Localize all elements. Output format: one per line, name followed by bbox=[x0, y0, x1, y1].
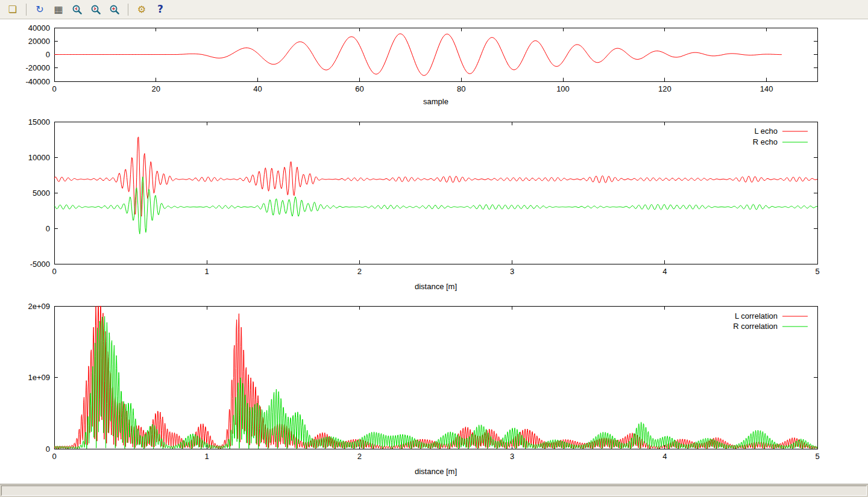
legend-label: L correlation bbox=[735, 311, 778, 320]
y-tick-label: 0 bbox=[46, 445, 50, 454]
x-tick-label: 4 bbox=[662, 267, 667, 276]
series-path bbox=[54, 177, 817, 234]
x-tick-label: 1 bbox=[205, 267, 209, 276]
y-tick-label: -40000 bbox=[26, 77, 50, 86]
legend-label: R echo bbox=[753, 137, 778, 146]
plot-canvas: 020406080100120140-40000-200000200004000… bbox=[0, 19, 868, 484]
x-tick-label: 0 bbox=[52, 267, 56, 276]
x-tick-label: 5 bbox=[815, 452, 819, 461]
series-path bbox=[54, 306, 817, 449]
export-to-clipboard-button[interactable]: ❏ bbox=[5, 2, 20, 17]
settings-gear-icon: ⚙ bbox=[137, 5, 146, 14]
plot-border bbox=[54, 122, 817, 264]
x-tick-label: 1 bbox=[205, 452, 209, 461]
status-text bbox=[1, 486, 867, 496]
x-tick-label: 100 bbox=[556, 84, 570, 93]
series-path bbox=[54, 316, 817, 449]
x-tick-label: 0 bbox=[52, 84, 56, 93]
configure-button[interactable]: ⚙ bbox=[134, 2, 149, 17]
y-tick-label: 20000 bbox=[28, 37, 50, 46]
x-tick-label: 3 bbox=[510, 452, 514, 461]
x-axis-label: distance [m] bbox=[415, 467, 457, 476]
series-path bbox=[54, 137, 817, 216]
plot-border bbox=[54, 306, 817, 449]
gnuplot-window: ❏ ↻ ▦ bbox=[0, 0, 868, 497]
toggle-grid-button[interactable]: ▦ bbox=[51, 2, 66, 17]
x-tick-label: 2 bbox=[357, 452, 362, 461]
y-tick-label: 10000 bbox=[28, 153, 50, 162]
x-tick-label: 40 bbox=[253, 84, 262, 93]
help-icon: ? bbox=[157, 4, 163, 14]
zoom-previous-icon bbox=[72, 4, 83, 15]
legend-label: L echo bbox=[754, 127, 778, 136]
autoscale-button[interactable] bbox=[107, 2, 122, 17]
x-tick-label: 60 bbox=[355, 84, 363, 93]
toolbar-separator bbox=[26, 4, 27, 16]
help-button[interactable]: ? bbox=[153, 2, 168, 17]
correlation-chart[interactable]: 01234501e+092e+09distance [m]L correlati… bbox=[0, 293, 868, 484]
grid-icon: ▦ bbox=[54, 5, 63, 14]
y-tick-label: 1e+09 bbox=[28, 373, 50, 382]
zoom-previous-button[interactable] bbox=[69, 2, 85, 17]
x-tick-label: 5 bbox=[815, 267, 819, 276]
y-tick-label: 5000 bbox=[33, 189, 50, 198]
zoom-next-button[interactable] bbox=[88, 2, 104, 17]
x-axis-label: distance [m] bbox=[415, 282, 457, 291]
series-path bbox=[54, 34, 782, 75]
zoom-next-icon bbox=[90, 4, 101, 15]
autoscale-icon bbox=[109, 4, 120, 15]
x-tick-label: 20 bbox=[152, 84, 160, 93]
x-tick-label: 120 bbox=[658, 84, 671, 93]
copy-icon: ❏ bbox=[8, 5, 17, 14]
replot-button[interactable]: ↻ bbox=[32, 2, 48, 17]
x-tick-label: 3 bbox=[510, 267, 514, 276]
x-tick-label: 80 bbox=[457, 84, 465, 93]
y-tick-label: 2e+09 bbox=[28, 302, 50, 311]
x-tick-label: 140 bbox=[760, 84, 773, 93]
y-tick-label: 15000 bbox=[28, 117, 50, 127]
status-bar bbox=[0, 484, 868, 497]
toolbar: ❏ ↻ ▦ bbox=[0, 0, 868, 19]
y-tick-label: -20000 bbox=[26, 63, 50, 72]
x-tick-label: 2 bbox=[357, 267, 362, 276]
y-tick-label: 0 bbox=[46, 50, 50, 59]
echo-chart[interactable]: 012345-5000050001000015000distance [m]L … bbox=[0, 113, 868, 293]
refresh-icon: ↻ bbox=[36, 5, 43, 14]
y-tick-label: -5000 bbox=[30, 260, 50, 269]
toolbar-separator bbox=[128, 4, 128, 16]
x-tick-label: 0 bbox=[52, 452, 56, 461]
x-axis-label: sample bbox=[423, 97, 448, 106]
waveform-chart[interactable]: 020406080100120140-40000-200000200004000… bbox=[0, 19, 868, 113]
y-tick-label: 0 bbox=[46, 224, 50, 233]
legend-label: R correlation bbox=[733, 322, 778, 331]
y-tick-label: 40000 bbox=[28, 23, 50, 33]
x-tick-label: 4 bbox=[662, 452, 667, 461]
